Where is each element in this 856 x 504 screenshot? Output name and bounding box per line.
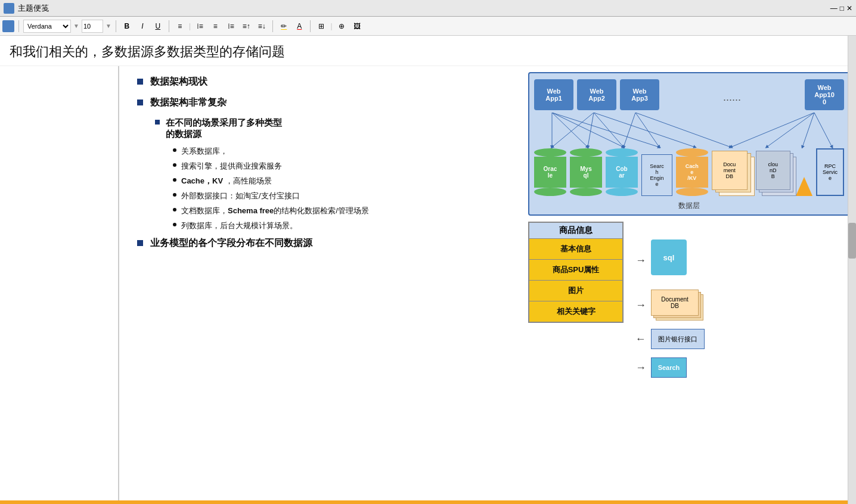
document-db-stack: DocumentDB DocumentDB <box>712 151 752 196</box>
arrow-to-search: → <box>635 362 646 374</box>
list-item: Cache，KV ，高性能场景 <box>173 176 510 186</box>
scrollbar-thumb[interactable] <box>848 223 856 259</box>
list-level-button[interactable]: ≡↓ <box>255 20 268 33</box>
bold-button[interactable]: B <box>120 20 134 33</box>
bullet-marker <box>173 193 176 197</box>
product-row-image: 图片 <box>529 281 622 301</box>
conn-sql: → sql <box>635 239 705 281</box>
list-item: 搜索引擎，提供商业搜索服务 <box>173 161 510 172</box>
list-item: 业务模型的各个字段分布在不同数据源 <box>137 237 510 250</box>
font-size-arrow: ▼ <box>106 23 111 29</box>
list-item: 关系数据库， <box>173 146 510 157</box>
bullet-text-l3: 列数据库，后台大规模计算场景。 <box>181 220 297 231</box>
slide-text-area: 数据架构现状 数据架构非常复杂 在不同的场景采用了多种类型的数据源 关系数据库， <box>119 66 522 504</box>
bullet-marker <box>173 223 176 226</box>
bullet-text-l3: Cache，KV ，高性能场景 <box>181 176 272 186</box>
list-outdent-button[interactable]: ≡↑ <box>240 20 253 33</box>
list-button[interactable]: ≡ <box>209 20 222 33</box>
data-layer-label: 数据层 <box>534 201 844 211</box>
sql-cylinder: sql <box>651 239 687 275</box>
list-item: 列数据库，后台大规模计算场景。 <box>173 220 510 231</box>
scrollbar[interactable] <box>848 36 856 504</box>
highlight-button[interactable]: ✏ <box>277 20 290 33</box>
bullet-text-l2: 在不同的场景采用了多种类型的数据源 <box>166 117 282 140</box>
mysql-cylinder: Mysql <box>570 148 602 196</box>
oracle-cylinder: Oracle <box>534 148 566 196</box>
bullet-marker <box>137 79 143 85</box>
maximize-button[interactable]: □ <box>840 4 844 13</box>
sep1: | <box>189 21 191 30</box>
font-color-button[interactable]: A <box>293 20 306 33</box>
cloud-db-front: clounDB <box>756 151 790 190</box>
arrow-to-docdb: → <box>635 299 646 312</box>
product-row-spu: 商品SPU属性 <box>529 260 622 281</box>
minimize-button[interactable]: — <box>830 4 838 13</box>
conn-search: → Search <box>635 357 705 378</box>
product-info-table: 商品信息 基本信息 商品SPU属性 图片 相关关键字 <box>528 222 624 323</box>
up-arrow-container <box>796 151 812 196</box>
link-button[interactable]: ⊕ <box>335 20 348 33</box>
image-button[interactable]: 🖼 <box>351 20 364 33</box>
table-button[interactable]: ⊞ <box>315 20 328 33</box>
arrow-to-sql: → <box>635 254 646 267</box>
product-row-keyword: 相关关键字 <box>529 301 622 322</box>
slide-body: 数据架构现状 数据架构非常复杂 在不同的场景采用了多种类型的数据源 关系数据库， <box>0 66 856 504</box>
bullet-text-l3: 搜索引擎，提供商业搜索服务 <box>181 161 282 172</box>
svg-line-12 <box>731 113 814 147</box>
data-layer-row: Oracle Mysql Cobar <box>534 148 844 200</box>
page-title: 和我们相关的，多数据源多数据类型的存储问题 <box>0 36 856 66</box>
indent-button[interactable]: ⁞≡ <box>193 20 206 33</box>
ellipsis: ...... <box>663 79 801 110</box>
bottom-diagram: 商品信息 基本信息 商品SPU属性 图片 相关关键字 → sql <box>528 222 850 378</box>
svg-line-13 <box>767 113 814 147</box>
font-name-select[interactable]: Verdana Arial Times New Roman <box>23 20 71 33</box>
bullet-marker <box>173 208 176 211</box>
product-info-header: 商品信息 <box>529 223 622 239</box>
conn-img-bank: → 图片银行接口 <box>635 329 705 349</box>
diagram-area: WebApp1 WebApp2 WebApp3 ...... WebApp100 <box>522 66 856 504</box>
web-app-3: WebApp3 <box>620 79 659 110</box>
list-indent-button[interactable]: ⁞≡ <box>224 20 237 33</box>
bullet-marker <box>173 178 176 182</box>
list-item: 数据架构现状 <box>137 76 510 88</box>
cache-kv-cylinder: Cache/KV <box>676 148 708 196</box>
underline-button[interactable]: U <box>151 20 165 33</box>
bullet-text-l3: 外部数据接口：如淘宝/支付宝接口 <box>181 191 300 201</box>
img-bank-box: 图片银行接口 <box>651 329 705 349</box>
bullet-text-l1: 数据架构非常复杂 <box>150 97 227 109</box>
toolbar: Verdana Arial Times New Roman ▼ ▼ B I U … <box>0 17 856 36</box>
app-icon <box>4 3 14 14</box>
list-item: 在不同的场景采用了多种类型的数据源 <box>155 117 510 140</box>
web-app-2: WebApp2 <box>577 79 616 110</box>
sep2: | <box>330 21 332 30</box>
conn-document-db: → DocumentDB <box>635 290 705 321</box>
up-arrow-icon <box>796 177 812 196</box>
font-size-input[interactable] <box>82 20 103 33</box>
close-button[interactable]: ✕ <box>846 4 852 13</box>
align-button[interactable]: ≡ <box>173 20 187 33</box>
sql-cylinder-wrapper: sql <box>651 239 687 281</box>
bullet-text-l3: 文档数据库，Schema free的结构化数据检索/管理场景 <box>181 206 369 216</box>
cobar-cylinder: Cobar <box>606 148 638 196</box>
svg-line-9 <box>624 113 635 147</box>
svg-line-10 <box>635 113 659 147</box>
web-app-100: WebApp100 <box>805 79 844 110</box>
bullet-marker <box>155 120 160 125</box>
doc-db-front: DocumentDB <box>712 151 748 190</box>
bullet-text-l1: 数据架构现状 <box>150 76 207 88</box>
italic-button[interactable]: I <box>136 20 149 33</box>
arch-diagram: WebApp1 WebApp2 WebApp3 ...... WebApp100 <box>528 72 850 216</box>
arrow-to-imgbank: → <box>635 333 646 346</box>
search-engine-box: SearchEngine <box>641 154 672 196</box>
bullet-text-l3: 关系数据库， <box>181 146 228 157</box>
svg-line-15 <box>814 113 832 147</box>
list-item: 外部数据接口：如淘宝/支付宝接口 <box>173 191 510 201</box>
list-item: 文档数据库，Schema free的结构化数据检索/管理场景 <box>173 206 510 216</box>
svg-line-4 <box>552 113 659 147</box>
web-app-1: WebApp1 <box>534 79 573 110</box>
doc-db-small-stack: DocumentDB <box>651 290 705 321</box>
main-content: 和我们相关的，多数据源多数据类型的存储问题 数据架构现状 数据架构非常复杂 <box>0 36 856 504</box>
svg-line-11 <box>635 113 731 147</box>
bullet-marker <box>137 99 143 105</box>
svg-line-14 <box>802 113 814 147</box>
